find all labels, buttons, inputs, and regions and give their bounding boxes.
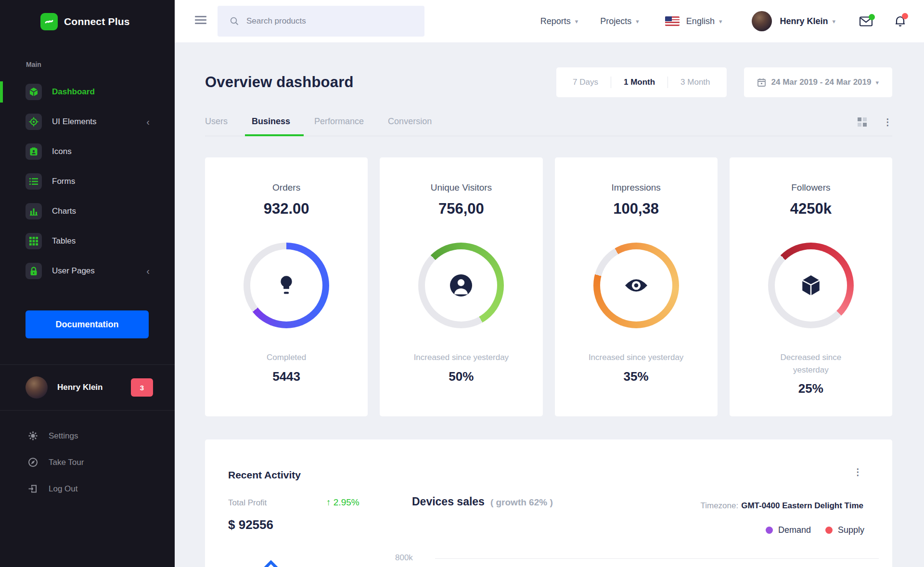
stat-footer-value: 50% (380, 369, 542, 384)
profile-name: Henry Klein (57, 383, 103, 392)
sidebar-item-user-pages[interactable]: User Pages ‹ (0, 256, 175, 286)
sidebar-nav: Dashboard UI Elements ‹ Icons Forms Ch (0, 77, 175, 286)
notifications-button[interactable] (895, 15, 906, 27)
sidebar-item-ui-elements[interactable]: UI Elements ‹ (0, 107, 175, 137)
reports-menu-label: Reports (540, 16, 571, 26)
sidebar-item-dashboard[interactable]: Dashboard (0, 77, 175, 107)
stat-card-orders: Orders 932.00 Completed 5443 (205, 157, 368, 416)
range-option-7-days[interactable]: 7 Days (573, 77, 598, 87)
recent-activity-card: Recent Activity ⋮ Total Profit ↑ 2.95% $… (205, 439, 892, 567)
gauge-ring (418, 243, 504, 328)
sidebar-item-forms[interactable]: Forms (0, 167, 175, 196)
sidebar-profile[interactable]: Henry Klein 3 (0, 364, 175, 411)
divider (667, 77, 668, 88)
documentation-button[interactable]: Documentation (26, 310, 149, 338)
gauge-ring (244, 243, 329, 328)
bar-chart-icon (26, 203, 42, 219)
dashboard-tabs: Users Business Performance Conversion ⋮ (205, 116, 892, 136)
gauge-ring (768, 243, 854, 328)
user-menu[interactable]: Henry Klein ▾ (752, 11, 835, 31)
lock-icon (26, 263, 42, 279)
layout-grid-icon[interactable] (858, 117, 867, 127)
sidebar-item-label: UI Elements (52, 117, 97, 127)
total-profit-delta-value: 2.95% (334, 497, 359, 507)
stat-footer-label: Completed (205, 351, 368, 364)
page-title: Overview dashboard (205, 74, 354, 91)
legend-item-supply[interactable]: Supply (825, 525, 864, 535)
stat-title: Followers (730, 182, 892, 193)
stat-footer-label: Increased since yesterday (380, 351, 542, 364)
chevron-down-icon: ▾ (636, 18, 639, 25)
sidebar-item-take-tour[interactable]: Take Tour (0, 449, 175, 476)
sidebar-item-label: User Pages (52, 266, 95, 276)
stat-title: Impressions (555, 182, 718, 193)
tab-performance[interactable]: Performance (314, 116, 364, 127)
search-input[interactable] (246, 16, 405, 26)
hamburger-menu-icon[interactable] (195, 16, 206, 26)
us-flag-icon (665, 16, 680, 26)
chart-point-marker (262, 560, 280, 567)
sidebar: Connect Plus Main Dashboard UI Elements … (0, 0, 175, 567)
arrow-up-icon: ↑ (326, 497, 331, 507)
brand-name: Connect Plus (64, 16, 130, 27)
stat-footer-value: 35% (555, 369, 718, 384)
stat-title: Orders (205, 182, 368, 193)
tab-users[interactable]: Users (205, 116, 228, 127)
total-profit-label: Total Profit (228, 498, 267, 508)
date-range-value: 24 Mar 2019 - 24 Mar 2019 (771, 77, 872, 87)
total-profit-delta: ↑ 2.95% (326, 497, 359, 508)
person-icon (418, 243, 504, 328)
kebab-menu-icon[interactable]: ⋮ (853, 467, 862, 477)
logout-icon (28, 484, 38, 494)
chevron-down-icon: ▾ (719, 18, 722, 25)
projects-menu[interactable]: Projects ▾ (600, 16, 639, 26)
sidebar-item-label: Log Out (49, 484, 78, 494)
sidebar-item-charts[interactable]: Charts (0, 196, 175, 226)
stat-value: 4250k (730, 200, 892, 218)
sidebar-item-log-out[interactable]: Log Out (0, 476, 175, 502)
sidebar-item-icons[interactable]: Icons (0, 137, 175, 167)
tab-conversion[interactable]: Conversion (388, 116, 432, 127)
stat-card-unique-visitors: Unique Visitors 756,00 Increased since y… (380, 157, 542, 416)
legend-item-demand[interactable]: Demand (766, 525, 811, 535)
timezone-label: Timezone: (700, 501, 738, 510)
chevron-left-icon: ‹ (146, 266, 150, 277)
sidebar-item-settings[interactable]: Settings (0, 423, 175, 449)
stat-value: 932.00 (205, 200, 368, 218)
chevron-down-icon: ▾ (832, 18, 835, 25)
stat-title: Unique Visitors (380, 182, 542, 193)
chevron-down-icon: ▾ (575, 18, 578, 25)
list-icon (26, 173, 42, 190)
unread-messages-dot (869, 14, 875, 20)
user-name: Henry Klein (780, 16, 828, 26)
kebab-menu-icon[interactable]: ⋮ (883, 117, 892, 127)
brand[interactable]: Connect Plus (0, 0, 175, 43)
timezone-value: GMT-0400 Eastern Delight Time (741, 501, 863, 510)
sidebar-item-label: Take Tour (49, 458, 84, 467)
messages-button[interactable] (860, 16, 873, 26)
date-range-picker[interactable]: 24 Mar 2019 - 24 Mar 2019 ▾ (744, 67, 892, 97)
legend-dot-supply (825, 527, 833, 534)
range-option-3-month[interactable]: 3 Month (680, 77, 710, 87)
stat-card-followers: Followers 4250k Decreased since yesterda… (730, 157, 892, 416)
language-selector[interactable]: English ▾ (665, 16, 722, 26)
sidebar-footer: Settings Take Tour Log Out (0, 423, 175, 502)
stat-footer-label: Increased since yesterday (555, 351, 718, 364)
nav-section-label: Main (0, 61, 175, 68)
sidebar-item-tables[interactable]: Tables (0, 226, 175, 256)
devices-sales-growth: ( growth 62% ) (490, 497, 553, 508)
main-content: Overview dashboard 7 Days 1 Month 3 Mont… (175, 42, 924, 567)
timezone: Timezone:GMT-0400 Eastern Delight Time (700, 501, 863, 511)
stat-card-impressions: Impressions 100,38 Increased since yeste… (555, 157, 718, 416)
divider (611, 77, 611, 88)
stat-footer-value: 5443 (205, 369, 368, 384)
range-option-1-month[interactable]: 1 Month (624, 77, 655, 87)
tab-business[interactable]: Business (252, 116, 290, 127)
reports-menu[interactable]: Reports ▾ (540, 16, 578, 26)
cube-icon (26, 84, 42, 100)
stat-footer-label: Decreased since yesterday (765, 351, 857, 376)
sidebar-item-label: Forms (52, 177, 75, 186)
eye-icon (593, 243, 679, 328)
chart-gridline (435, 558, 879, 559)
avatar (26, 376, 48, 399)
